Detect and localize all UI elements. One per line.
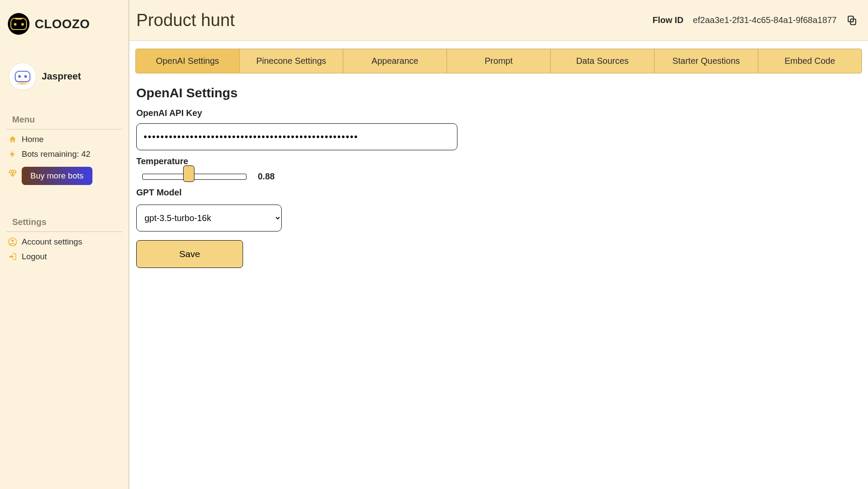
buy-more-bots-button[interactable]: Buy more bots (22, 167, 92, 185)
brand-logo-icon (8, 13, 30, 35)
brand-name: CLOOZO (35, 17, 90, 31)
temperature-row: 0.88 (136, 172, 612, 182)
bolt-icon (8, 149, 17, 159)
main: Product hunt Flow ID ef2aa3e1-2f31-4c65-… (129, 0, 868, 489)
api-key-input[interactable] (136, 123, 457, 150)
sidebar-item-account-settings[interactable]: Account settings (6, 235, 122, 249)
sidebar-item-label: Logout (22, 252, 47, 261)
sidebar: CLOOZO Jaspreet Menu Home Bots remai (0, 0, 129, 489)
panel-heading: OpenAI Settings (136, 86, 612, 100)
openai-settings-panel: OpenAI Settings OpenAI API Key Temperatu… (135, 73, 613, 268)
settings-list: Account settings Logout (6, 235, 122, 264)
temperature-label: Temperature (136, 156, 612, 166)
tab-pinecone-settings[interactable]: Pinecone Settings (240, 49, 343, 73)
tab-starter-questions[interactable]: Starter Questions (654, 49, 758, 73)
temperature-slider[interactable] (142, 174, 247, 180)
brand-row: CLOOZO (6, 9, 122, 52)
tabs: OpenAI Settings Pinecone Settings Appear… (135, 49, 862, 73)
sidebar-item-label: Account settings (22, 237, 82, 247)
svg-point-1 (11, 240, 14, 242)
copy-icon[interactable] (846, 15, 858, 26)
flow-id-group: Flow ID ef2aa3e1-2f31-4c65-84a1-9f68a187… (653, 15, 858, 26)
tab-data-sources[interactable]: Data Sources (551, 49, 654, 73)
menu-list: Home Bots remaining: 42 Buy more bots (6, 132, 122, 188)
home-icon (8, 135, 17, 144)
user-circle-icon (8, 237, 17, 247)
gpt-model-label: GPT Model (136, 188, 612, 198)
sidebar-item-logout[interactable]: Logout (6, 249, 122, 264)
sidebar-section-settings-label: Settings (6, 214, 122, 231)
tab-openai-settings[interactable]: OpenAI Settings (136, 49, 240, 73)
flow-id-label: Flow ID (653, 15, 684, 25)
sidebar-item-buy-bots: Buy more bots (6, 162, 122, 188)
gpt-model-select[interactable]: gpt-3.5-turbo-16k (136, 205, 282, 231)
sidebar-item-label: Bots remaining: 42 (22, 149, 90, 159)
sidebar-item-home[interactable]: Home (6, 132, 122, 147)
temperature-value: 0.88 (258, 172, 275, 182)
flow-id-value: ef2aa3e1-2f31-4c65-84a1-9f68a1877 (693, 15, 837, 25)
divider (6, 231, 122, 232)
save-button[interactable]: Save (136, 240, 243, 268)
app-root: CLOOZO Jaspreet Menu Home Bots remai (0, 0, 868, 489)
topbar: Product hunt Flow ID ef2aa3e1-2f31-4c65-… (129, 0, 868, 41)
sidebar-section-menu-label: Menu (6, 111, 122, 129)
tab-prompt[interactable]: Prompt (447, 49, 551, 73)
diamond-icon (8, 169, 17, 178)
divider (6, 129, 122, 129)
content-area: OpenAI Settings Pinecone Settings Appear… (129, 41, 868, 489)
sidebar-item-label: Home (22, 135, 44, 144)
tab-embed-code[interactable]: Embed Code (758, 49, 861, 73)
page-title: Product hunt (136, 10, 235, 30)
user-name: Jaspreet (42, 71, 81, 82)
user-row: Jaspreet (6, 52, 122, 111)
sidebar-item-bots-remaining[interactable]: Bots remaining: 42 (6, 147, 122, 162)
user-avatar-icon (9, 63, 36, 90)
logout-icon (8, 252, 17, 261)
api-key-label: OpenAI API Key (136, 108, 612, 118)
tab-appearance[interactable]: Appearance (343, 49, 447, 73)
